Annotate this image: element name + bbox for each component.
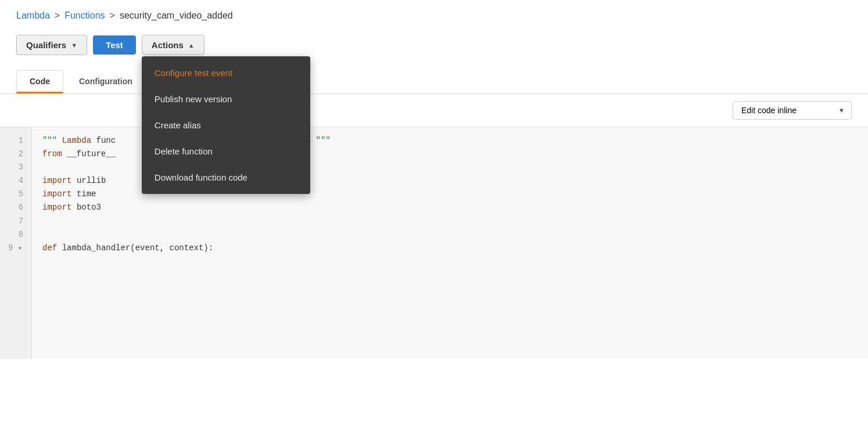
code-line-8 xyxy=(42,228,858,242)
test-button[interactable]: Test xyxy=(93,35,136,55)
tab-code[interactable]: Code xyxy=(16,70,63,93)
line-arrow-icon: ▾ xyxy=(18,244,22,253)
line-num-3: 3 xyxy=(8,161,23,174)
code-area: Edit code inline Upload a .zip file Uplo… xyxy=(0,94,868,359)
breadcrumb-current: security_cam_video_added xyxy=(120,10,233,21)
actions-label: Actions xyxy=(152,40,184,50)
qualifiers-label: Qualifiers xyxy=(26,40,66,50)
menu-item-create-alias[interactable]: Create alias xyxy=(142,112,310,138)
code-editor: 1 2 3 4 5 6 7 8 9 ▾ """ Lambda func new … xyxy=(0,127,868,359)
line-num-8: 8 xyxy=(8,228,23,242)
line-num-5: 5 xyxy=(8,188,23,201)
line-num-9: 9 ▾ xyxy=(8,242,23,255)
test-label: Test xyxy=(106,40,123,50)
breadcrumb: Lambda > Functions > security_cam_video_… xyxy=(0,0,868,29)
code-toolbar: Edit code inline Upload a .zip file Uplo… xyxy=(0,94,868,127)
code-inline-select[interactable]: Edit code inline Upload a .zip file Uplo… xyxy=(733,101,852,120)
breadcrumb-sep-2: > xyxy=(110,10,115,21)
toolbar: Qualifiers ▼ Test Actions ▲ Configure te… xyxy=(0,29,868,55)
code-line-6: import boto3 xyxy=(42,201,858,214)
code-line-7 xyxy=(42,215,858,228)
actions-wrapper: Actions ▲ Configure test event Publish n… xyxy=(142,35,205,55)
line-num-1: 1 xyxy=(8,134,23,147)
qualifiers-chevron-icon: ▼ xyxy=(71,42,77,49)
line-num-7: 7 xyxy=(8,215,23,228)
menu-item-delete-function[interactable]: Delete function xyxy=(142,138,310,164)
menu-item-download-function-code[interactable]: Download function code xyxy=(142,164,310,190)
menu-item-configure-test-event[interactable]: Configure test event xyxy=(142,60,310,86)
line-num-2: 2 xyxy=(8,147,23,161)
breadcrumb-lambda[interactable]: Lambda xyxy=(16,10,50,21)
breadcrumb-functions[interactable]: Functions xyxy=(64,10,105,21)
line-num-6: 6 xyxy=(8,201,23,214)
code-inline-wrapper: Edit code inline Upload a .zip file Uplo… xyxy=(733,101,852,120)
tabs: Code Configuration xyxy=(0,60,868,94)
breadcrumb-sep-1: > xyxy=(55,10,60,21)
line-numbers: 1 2 3 4 5 6 7 8 9 ▾ xyxy=(0,127,32,359)
menu-item-publish-new-version[interactable]: Publish new version xyxy=(142,86,310,112)
line-num-4: 4 xyxy=(8,174,23,188)
actions-chevron-icon: ▲ xyxy=(188,42,195,49)
actions-button[interactable]: Actions ▲ xyxy=(142,35,205,55)
tab-configuration[interactable]: Configuration xyxy=(66,70,146,93)
actions-dropdown: Configure test event Publish new version… xyxy=(142,56,310,194)
code-line-9: def lambda_handler(event, context): xyxy=(42,242,858,255)
qualifiers-button[interactable]: Qualifiers ▼ xyxy=(16,35,87,55)
